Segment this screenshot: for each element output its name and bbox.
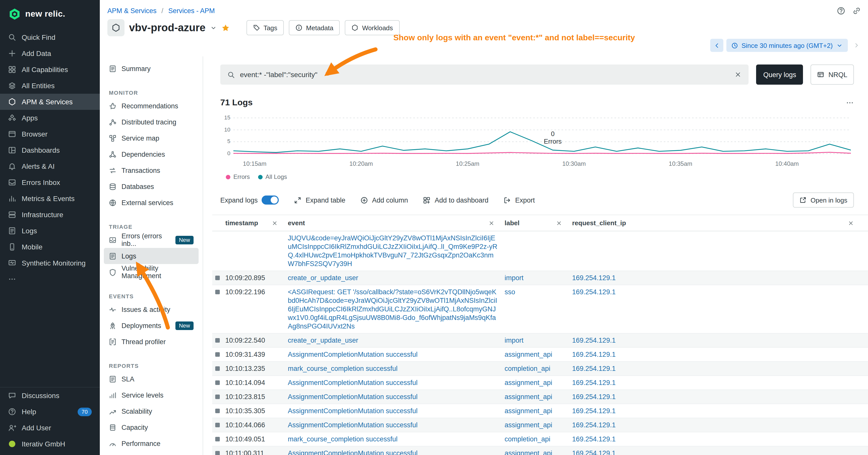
breadcrumb-apm-services[interactable]: APM & Services — [107, 7, 156, 14]
entity-nav-item-external-services[interactable]: External services — [104, 195, 198, 210]
logs-query-input[interactable]: event:* -"label":"security" — [220, 65, 748, 85]
log-ip-link[interactable]: 169.254.129.1 — [572, 336, 616, 344]
row-select-checkbox[interactable] — [215, 275, 220, 280]
global-nav-item-add-user[interactable]: Add User — [0, 420, 100, 436]
log-event-link[interactable]: AssignmentCompletionMutation successful — [288, 421, 417, 429]
entity-nav-item-issues-activity[interactable]: Issues & activity — [104, 301, 198, 318]
expand-logs-toggle[interactable]: Expand logs — [220, 195, 279, 204]
row-select-checkbox[interactable] — [215, 381, 220, 385]
global-nav-item-add-data[interactable]: Add Data — [0, 45, 100, 62]
log-ip-link[interactable]: 169.254.129.1 — [572, 379, 616, 387]
remove-column-icon[interactable] — [489, 220, 495, 226]
log-ip-link[interactable]: 169.254.129.1 — [572, 450, 616, 455]
entity-nav-item-errors-errors-inb[interactable]: Errors (errors inb...New — [104, 232, 198, 248]
row-select-checkbox[interactable] — [215, 352, 220, 357]
log-ip-link[interactable]: 169.254.129.1 — [572, 351, 616, 358]
column-header-event[interactable]: event — [288, 219, 504, 227]
log-row[interactable]: 10:10:44.066AssignmentCompletionMutation… — [212, 418, 868, 432]
remove-column-icon[interactable] — [556, 220, 562, 226]
log-ip-link[interactable]: 169.254.129.1 — [572, 365, 616, 372]
log-row[interactable]: 10:09:20.895create_or_update_userimport1… — [212, 271, 868, 285]
row-select-checkbox[interactable] — [215, 290, 220, 294]
entity-nav-item-recommendations[interactable]: Recommendations — [104, 98, 198, 114]
log-label-link[interactable]: assignment_api — [504, 393, 552, 400]
log-row[interactable]: 10:09:31.439AssignmentCompletionMutation… — [212, 348, 868, 362]
global-nav-item-errors-inbox[interactable]: Errors Inbox — [0, 174, 100, 191]
global-nav-item-logs[interactable]: Logs — [0, 223, 100, 239]
add-column-button[interactable]: Add column — [361, 196, 408, 204]
entity-nav-item-thread-profiler[interactable]: Thread profiler — [104, 333, 198, 350]
log-label-link[interactable]: completion_api — [504, 435, 551, 443]
add-to-dashboard-button[interactable]: Add to dashboard — [423, 196, 489, 204]
global-nav-item-synthetic-monitoring[interactable]: Synthetic Monitoring — [0, 255, 100, 271]
nrql-button[interactable]: NRQL — [811, 65, 854, 85]
row-select-checkbox[interactable] — [215, 394, 220, 399]
entity-nav-item-service-levels[interactable]: Service levels — [104, 387, 198, 403]
favorite-star-icon[interactable] — [221, 24, 229, 32]
new-relic-logo[interactable]: new relic. — [0, 0, 100, 27]
global-nav-item-help[interactable]: Help70 — [0, 403, 100, 420]
entity-nav-item-deployments[interactable]: DeploymentsNew — [104, 318, 198, 333]
log-event-link[interactable]: JUQVU&code=eyJraWQiOiJjcGltY29yZV8wOTl1M… — [288, 234, 497, 267]
row-select-checkbox[interactable] — [215, 451, 220, 455]
time-picker[interactable]: Since 30 minutes ago (GMT+2) — [726, 39, 848, 52]
tags-button[interactable]: Tags — [246, 20, 284, 35]
column-header-timestamp[interactable]: timestamp — [225, 219, 288, 227]
entity-nav-item-sla[interactable]: SLA — [104, 371, 198, 387]
log-label-link[interactable]: assignment_api — [504, 421, 552, 429]
toggle-switch-on[interactable] — [262, 195, 279, 204]
log-row[interactable]: 10:10:23.815AssignmentCompletionMutation… — [212, 390, 868, 404]
entity-nav-item-service-map[interactable]: Service map — [104, 130, 198, 146]
global-nav-item-iterativ-gmbh[interactable]: Iterativ GmbH — [0, 436, 100, 452]
expand-table-button[interactable]: Expand table — [294, 196, 345, 204]
entity-nav-item-performance[interactable]: Performance — [104, 435, 198, 452]
open-in-logs-button[interactable]: Open in logs — [793, 193, 854, 207]
log-row[interactable]: 10:10:13.235mark_course_completion succe… — [212, 362, 868, 376]
log-event-link[interactable]: AssignmentCompletionMutation successful — [288, 407, 417, 415]
log-event-link[interactable]: create_or_update_user — [288, 336, 358, 344]
log-event-link[interactable]: AssignmentCompletionMutation successful — [288, 393, 417, 400]
entity-switcher-chevron-icon[interactable] — [210, 25, 217, 31]
log-label-link[interactable]: completion_api — [504, 365, 551, 372]
entity-nav-item-scalability[interactable]: Scalability — [104, 403, 198, 419]
entity-nav-item-dependencies[interactable]: Dependencies — [104, 146, 198, 162]
log-label-link[interactable]: sso — [504, 288, 515, 296]
entity-nav-item-vulnerability-management[interactable]: Vulnerability Management — [104, 264, 198, 280]
log-row[interactable]: 10:10:14.094AssignmentCompletionMutation… — [212, 376, 868, 390]
log-row[interactable]: 10:10:35.305AssignmentCompletionMutation… — [212, 404, 868, 418]
global-nav-item-mobile[interactable]: Mobile — [0, 239, 100, 255]
log-ip-link[interactable]: 169.254.129.1 — [572, 435, 616, 443]
global-nav-item-quick-find[interactable]: Quick Find — [0, 29, 100, 45]
log-row[interactable]: 10:09:22.540create_or_update_userimport1… — [212, 333, 868, 348]
log-label-link[interactable]: import — [504, 336, 524, 344]
log-event-link[interactable]: AssignmentCompletionMutation successful — [288, 379, 417, 387]
global-nav-item-all-capabilities[interactable]: All Capabilities — [0, 62, 100, 77]
log-row[interactable]: JUQVU&code=eyJraWQiOiJjcGltY29yZV8wOTl1M… — [212, 231, 868, 271]
global-nav-item-more[interactable] — [0, 271, 100, 287]
row-select-checkbox[interactable] — [215, 437, 220, 442]
entity-nav-item-databases[interactable]: Databases — [104, 178, 198, 195]
global-nav-item-apm-services[interactable]: APM & Services — [0, 94, 100, 110]
row-select-checkbox[interactable] — [215, 366, 220, 371]
row-select-checkbox[interactable] — [215, 338, 220, 343]
global-nav-item-browser[interactable]: Browser — [0, 126, 100, 142]
log-row[interactable]: 10:09:22.196<ASGIRequest: GET '/sso/call… — [212, 285, 868, 333]
time-forward-button[interactable] — [851, 39, 862, 52]
log-label-link[interactable]: assignment_api — [504, 351, 552, 358]
log-row[interactable]: 10:10:49.051mark_course_completion succe… — [212, 432, 868, 447]
legend-all-logs[interactable]: All Logs — [258, 173, 287, 181]
log-event-link[interactable]: <ASGIRequest: GET '/sso/callback/?state=… — [288, 288, 497, 330]
global-nav-item-metrics-events[interactable]: Metrics & Events — [0, 191, 100, 206]
global-nav-item-discussions[interactable]: Discussions — [0, 388, 100, 403]
workloads-button[interactable]: Workloads — [345, 20, 400, 35]
column-header-label[interactable]: label — [504, 219, 572, 227]
export-button[interactable]: Export — [503, 196, 535, 204]
clear-query-icon[interactable] — [735, 71, 742, 78]
entity-nav-item-logs[interactable]: Logs — [104, 248, 198, 264]
entity-nav-item-summary[interactable]: Summary — [104, 61, 198, 76]
global-nav-item-apps[interactable]: Apps — [0, 110, 100, 126]
remove-column-icon[interactable] — [848, 220, 854, 226]
permalink-icon[interactable] — [852, 6, 861, 15]
log-label-link[interactable]: assignment_api — [504, 379, 552, 387]
breadcrumb-services-apm[interactable]: Services - APM — [168, 7, 215, 14]
